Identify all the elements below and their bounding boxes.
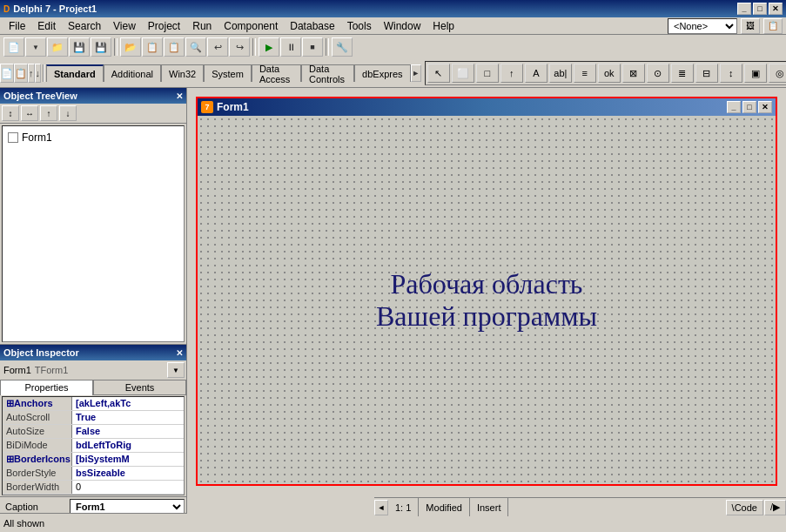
comp-frame[interactable]: ⬜ [452,64,474,83]
object-inspector: Object Inspector ✕ Form1 TForm1 ▼ Proper… [0,344,186,516]
close-button[interactable]: ✕ [769,3,783,15]
inspector-dropdown-btn[interactable]: ▼ [167,362,185,378]
comp-radio2[interactable]: ◎ [769,64,786,83]
menu-view[interactable]: View [108,18,141,34]
comp-cursor[interactable]: ↑ [500,64,523,83]
comp-memo[interactable]: ≡ [574,64,596,83]
tb-stop[interactable]: ■ [302,37,323,57]
tree-checkbox-form1[interactable] [8,132,18,143]
tb-pause[interactable]: ⏸ [280,37,301,57]
tree-view[interactable]: Form1 [2,125,185,342]
tb-new[interactable]: 📄 [3,37,24,57]
toolbar-container: 📄 ▼ 📁 💾 💾 📂 📋 📋 🔍 ↩ ↪ ▶ ⏸ ■ 🔧 📄 📋 ↑ ↓ St… [0,35,786,88]
tb-left-4[interactable]: ↓ [35,64,42,83]
prop-value-borderwidth[interactable]: 0 [72,481,184,494]
menu-window[interactable]: Window [379,18,427,34]
left-panel: Object TreeView ✕ ↕ ↔ ↑ ↓ Form1 Object I… [0,88,187,516]
tb-misc1[interactable]: 🔧 [332,37,353,57]
menu-bar: File Edit Search View Project Run Compon… [0,17,786,35]
design-area: 7 Form1 _ □ ✕ Рабочая область Вашей прог… [187,88,786,516]
prop-value-autoscroll[interactable]: True [72,411,184,424]
tb-open2[interactable]: 📂 [120,37,141,57]
menu-database[interactable]: Database [285,18,339,34]
tab-dbexpress[interactable]: dbExpres [354,64,410,82]
minimize-button[interactable]: _ [737,3,751,15]
tb-redo[interactable]: ↪ [229,37,250,57]
maximize-button[interactable]: □ [753,3,767,15]
inspector-close-btn[interactable]: ✕ [176,348,183,358]
tb-undo[interactable]: ↩ [207,37,228,57]
menu-file[interactable]: File [3,18,30,34]
prop-value-anchors[interactable]: [akLeft,akTc [72,397,184,410]
tab-scroll-right[interactable]: ► [411,64,421,82]
prop-value-bidimode[interactable]: bdLeftToRig [72,439,184,452]
treeview-close-btn[interactable]: ✕ [176,91,183,101]
comp-list[interactable]: ≣ [671,64,694,83]
menu-run[interactable]: Run [187,18,217,34]
inspector-tab-properties[interactable]: Properties [0,380,93,395]
tab-standard[interactable]: Standard [46,64,104,82]
comp-btn2[interactable]: □ [476,64,499,83]
tree-btn-down[interactable]: ↓ [59,105,77,121]
form-body[interactable]: Рабочая область Вашей программы [198,116,776,484]
menu-project[interactable]: Project [143,18,185,34]
tb-paste[interactable]: 📋 [164,37,185,57]
menu-icon-btn-1[interactable]: 🖼 [741,18,760,34]
inspector-tab-events[interactable]: Events [93,380,186,395]
menu-search[interactable]: Search [63,18,106,34]
status-code-tab[interactable]: \Code [726,500,763,515]
form-close-btn[interactable]: ✕ [758,101,772,113]
scroll-left-btn[interactable]: ◄ [374,500,388,515]
component-toolbar: ↖ ⬜ □ ↑ A ab| ≡ ok ⊠ ⊙ ≣ ⊟ ↕ ▣ ◎ 🖼 [425,61,786,85]
tree-item-form1[interactable]: Form1 [6,130,180,145]
tb-saveall[interactable]: 💾 [91,37,111,57]
menu-help[interactable]: Help [427,18,460,34]
comp-edit[interactable]: ab| [549,64,572,83]
tb-copy[interactable]: 📋 [142,37,163,57]
prop-name-autoscroll: AutoScroll [3,411,72,424]
comp-group[interactable]: ▣ [744,64,767,83]
tree-btn-2[interactable]: ↔ [21,105,38,121]
tab-system[interactable]: System [204,64,252,82]
menu-icon-btn-2[interactable]: 📋 [763,18,783,34]
tb-find[interactable]: 🔍 [185,37,206,57]
form-title-bar: 7 Form1 _ □ ✕ [198,98,776,116]
inspector-grid: ⊞Anchors [akLeft,akTc AutoScroll True Au… [2,396,185,495]
comp-radio[interactable]: ⊙ [647,64,669,83]
tb-save[interactable]: 💾 [69,37,90,57]
tab-additional[interactable]: Additional [104,64,161,82]
watermark-line1: Рабочая область [376,268,597,300]
tb-dropdown[interactable]: ▼ [25,37,46,57]
tab-dataaccess[interactable]: Data Access [252,64,301,82]
tb-run[interactable]: ▶ [259,37,279,57]
menu-tools[interactable]: Tools [342,18,377,34]
tb-open[interactable]: 📁 [47,37,68,57]
status-design-tab[interactable]: /▶ [764,500,786,515]
menu-edit[interactable]: Edit [32,18,61,34]
tb-left-3[interactable]: ↑ [28,64,35,83]
prop-row-borderstyle: BorderStyle bsSizeable [3,467,184,481]
tree-btn-1[interactable]: ↕ [2,105,19,121]
comp-check[interactable]: ⊠ [622,64,645,83]
prop-row-autoscroll: AutoScroll True [3,411,184,425]
none-combo[interactable]: <None> [668,18,737,34]
comp-pointer[interactable]: ↖ [427,64,450,83]
prop-value-autosize[interactable]: False [72,425,184,438]
tb-left-1[interactable]: 📄 [0,64,14,83]
toolbar-row-2: 📄 📋 ↑ ↓ Standard Additional Win32 System… [0,59,786,87]
comp-scroll[interactable]: ↕ [720,64,742,83]
tb-left-2[interactable]: 📋 [14,64,28,83]
main-area: Object TreeView ✕ ↕ ↔ ↑ ↓ Form1 Object I… [0,88,786,516]
tab-datacontrols[interactable]: Data Controls [301,64,354,82]
menu-component[interactable]: Component [218,18,283,34]
form-watermark: Рабочая область Вашей программы [376,268,597,333]
tree-btn-up[interactable]: ↑ [40,105,57,121]
comp-label[interactable]: A [525,64,548,83]
prop-value-borderstyle[interactable]: bsSizeable [72,467,184,480]
comp-btn3[interactable]: ok [598,64,621,83]
form-maximize-btn[interactable]: □ [742,101,756,113]
tab-win32[interactable]: Win32 [161,64,204,82]
form-minimize-btn[interactable]: _ [727,101,741,113]
prop-value-bordericons[interactable]: [biSystemM [72,453,184,466]
comp-combo[interactable]: ⊟ [695,64,718,83]
